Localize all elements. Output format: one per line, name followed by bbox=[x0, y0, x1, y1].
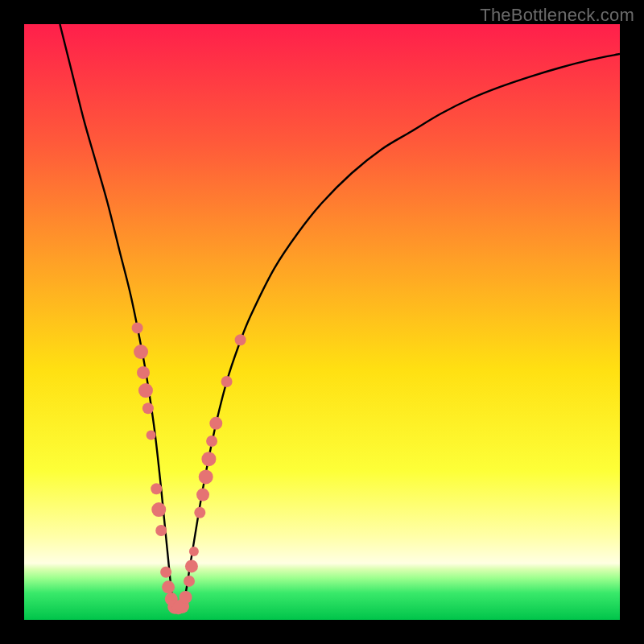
marker-dot bbox=[206, 436, 217, 447]
marker-dot bbox=[138, 383, 153, 398]
marker-dot bbox=[132, 322, 143, 333]
plot-area bbox=[24, 24, 620, 620]
marker-dot bbox=[189, 547, 199, 556]
marker-dot bbox=[134, 345, 148, 359]
chart-svg bbox=[24, 24, 620, 620]
marker-dot bbox=[147, 431, 156, 440]
marker-dot bbox=[235, 334, 246, 345]
marker-dot bbox=[194, 507, 205, 518]
marker-dot bbox=[162, 580, 175, 593]
marker-dot bbox=[209, 417, 222, 430]
marker-dot bbox=[201, 452, 216, 466]
marker-dot bbox=[142, 402, 154, 414]
watermark-text: TheBottleneck.com bbox=[480, 5, 634, 26]
marker-dot bbox=[151, 483, 162, 494]
marker-dot bbox=[180, 591, 192, 604]
gradient-background bbox=[24, 24, 620, 620]
chart-frame: TheBottleneck.com bbox=[0, 0, 644, 644]
marker-dot bbox=[185, 559, 198, 572]
marker-dot bbox=[221, 376, 233, 387]
marker-dot bbox=[184, 576, 195, 587]
marker-dot bbox=[137, 366, 150, 379]
marker-dot bbox=[160, 567, 171, 578]
marker-dot bbox=[196, 489, 209, 502]
marker-dot bbox=[199, 469, 213, 484]
marker-dot bbox=[155, 525, 167, 536]
marker-dot bbox=[151, 502, 166, 517]
